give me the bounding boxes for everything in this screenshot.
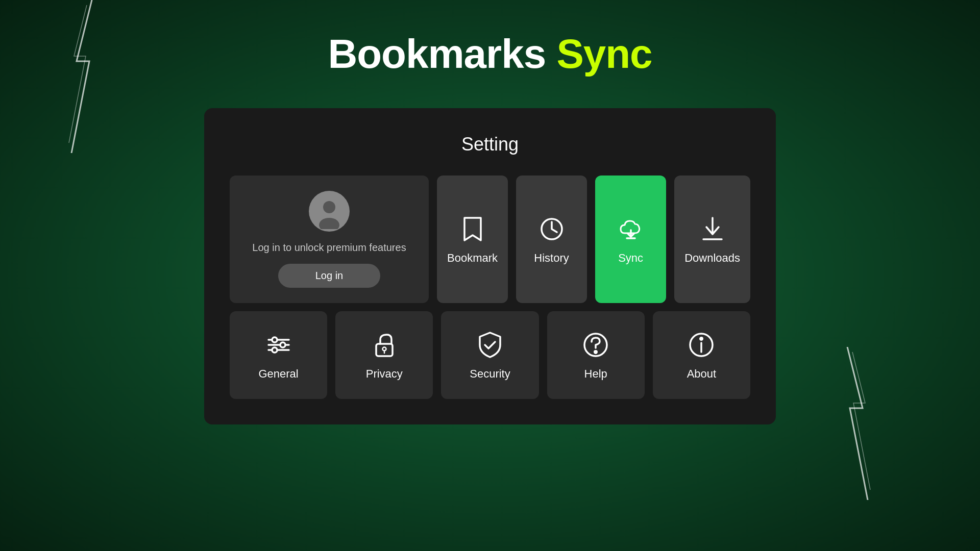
title-green-part: Sync bbox=[556, 31, 652, 77]
page-header: Bookmarks Sync bbox=[328, 31, 652, 78]
help-icon bbox=[580, 330, 611, 360]
bookmark-icon bbox=[457, 214, 488, 244]
login-prompt-text: Log in to unlock premium features bbox=[252, 242, 406, 254]
about-icon bbox=[686, 330, 717, 360]
menu-card-downloads[interactable]: Downloads bbox=[674, 176, 750, 303]
history-icon bbox=[536, 214, 567, 244]
login-button[interactable]: Log in bbox=[278, 264, 380, 288]
menu-card-general[interactable]: General bbox=[230, 311, 327, 399]
menu-card-privacy[interactable]: Privacy bbox=[335, 311, 433, 399]
title-white-part: Bookmarks bbox=[328, 31, 546, 77]
panel-title: Setting bbox=[230, 134, 750, 155]
svg-point-11 bbox=[272, 337, 277, 342]
top-menu-row: Log in to unlock premium features Log in… bbox=[230, 176, 750, 303]
svg-point-12 bbox=[280, 342, 285, 347]
menu-card-help[interactable]: Help bbox=[547, 311, 645, 399]
general-icon bbox=[263, 330, 294, 360]
settings-panel: Setting Log in to unlock premium feature… bbox=[204, 108, 776, 424]
svg-point-13 bbox=[272, 347, 277, 353]
about-label: About bbox=[687, 367, 717, 381]
privacy-icon bbox=[369, 330, 400, 360]
bookmark-label: Bookmark bbox=[447, 252, 498, 265]
privacy-label: Privacy bbox=[366, 367, 403, 381]
svg-point-1 bbox=[323, 201, 335, 213]
menu-card-sync[interactable]: Sync bbox=[595, 176, 666, 303]
login-card: Log in to unlock premium features Log in bbox=[230, 176, 429, 303]
menu-card-history[interactable]: History bbox=[516, 176, 587, 303]
menu-card-about[interactable]: About bbox=[653, 311, 750, 399]
svg-point-21 bbox=[700, 338, 703, 340]
help-label: Help bbox=[584, 367, 607, 381]
avatar-icon bbox=[311, 193, 347, 229]
svg-point-18 bbox=[595, 351, 597, 354]
bottom-menu-row: General Privacy Security bbox=[230, 311, 750, 399]
history-label: History bbox=[534, 252, 569, 265]
lightning-left-decoration bbox=[61, 0, 102, 153]
menu-card-security[interactable]: Security bbox=[441, 311, 538, 399]
avatar bbox=[309, 191, 350, 232]
sync-icon bbox=[616, 214, 646, 244]
lightning-right-decoration bbox=[837, 347, 878, 500]
security-icon bbox=[475, 330, 505, 360]
sync-label: Sync bbox=[618, 252, 643, 265]
page-title: Bookmarks Sync bbox=[328, 31, 652, 78]
downloads-label: Downloads bbox=[684, 252, 740, 265]
downloads-icon bbox=[697, 214, 728, 244]
menu-card-bookmark[interactable]: Bookmark bbox=[437, 176, 508, 303]
security-label: Security bbox=[470, 367, 510, 381]
general-label: General bbox=[258, 367, 298, 381]
